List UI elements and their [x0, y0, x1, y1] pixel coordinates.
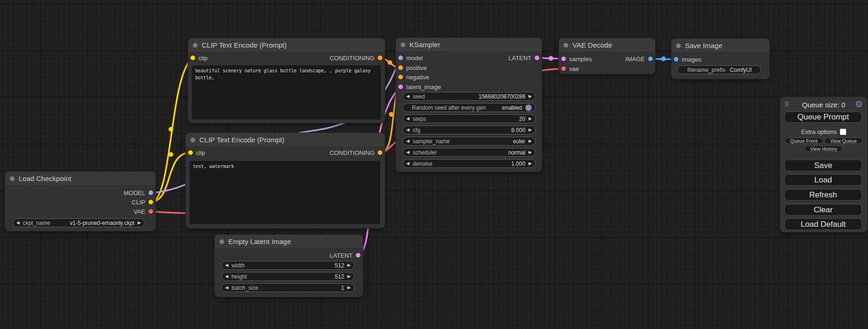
increment-arrow-icon[interactable]: ▶: [347, 274, 351, 279]
increment-arrow-icon[interactable]: ▶: [529, 139, 532, 143]
increment-arrow-icon[interactable]: ▶: [347, 286, 351, 290]
steps-widget[interactable]: ◀ steps 20 ▶: [402, 114, 536, 123]
collapse-dot-icon[interactable]: [191, 138, 195, 142]
output-port-conditioning[interactable]: CONDITIONING: [330, 148, 382, 157]
decrement-arrow-icon[interactable]: ◀: [406, 117, 409, 121]
conditioning-port-icon[interactable]: [378, 150, 382, 155]
output-port-latent[interactable]: LATENT: [508, 53, 539, 63]
height-widget[interactable]: ◀ height 512 ▶: [221, 272, 354, 281]
output-port-clip[interactable]: CLIP: [132, 197, 153, 207]
latent-port-icon[interactable]: [356, 253, 360, 258]
collapse-dot-icon[interactable]: [564, 43, 568, 48]
queue-front-button[interactable]: Queue Front: [785, 138, 823, 144]
load-button[interactable]: Load: [784, 174, 862, 186]
node-load-checkpoint[interactable]: Load Checkpoint MODEL CLIP VAE ◀ ckpt_na…: [5, 172, 155, 231]
node-clip-text-encode-positive[interactable]: CLIP Text Encode (Prompt) clip CONDITION…: [188, 38, 385, 123]
increment-arrow-icon[interactable]: ▶: [529, 161, 532, 166]
latent-port-icon[interactable]: [398, 84, 403, 89]
decrement-arrow-icon[interactable]: ◀: [16, 221, 20, 225]
increment-arrow-icon[interactable]: ▶: [138, 221, 141, 225]
node-title-bar[interactable]: Empty Latent Image: [215, 235, 363, 249]
node-graph-canvas[interactable]: Load Checkpoint MODEL CLIP VAE ◀ ckpt_na…: [0, 0, 868, 329]
cfg-widget[interactable]: ◀ cfg 8.000 ▶: [402, 126, 536, 134]
model-port-icon[interactable]: [148, 190, 153, 195]
clip-port-icon[interactable]: [188, 150, 193, 155]
load-default-button[interactable]: Load Default: [784, 218, 862, 230]
input-port-latent-image[interactable]: latent_image: [398, 82, 441, 91]
decrement-arrow-icon[interactable]: ◀: [406, 150, 409, 154]
node-empty-latent-image[interactable]: Empty Latent Image LATENT ◀ width 512 ▶ …: [215, 235, 363, 297]
latent-port-icon[interactable]: [535, 56, 539, 60]
clip-port-icon[interactable]: [148, 200, 153, 204]
input-port-samples[interactable]: samples: [561, 54, 592, 63]
output-port-model[interactable]: MODEL: [124, 188, 153, 197]
prompt-textarea[interactable]: beautiful scenery nature glass bottle la…: [192, 65, 381, 119]
decrement-arrow-icon[interactable]: ◀: [225, 274, 228, 279]
view-queue-button[interactable]: View Queue: [825, 138, 862, 144]
collapse-dot-icon[interactable]: [219, 239, 224, 244]
ckpt-name-widget[interactable]: ◀ ckpt_name v1-5-pruned-emaonly.ckpt ▶: [13, 218, 145, 227]
random-seed-toggle-widget[interactable]: Random seed after every gen enabled: [402, 103, 536, 112]
node-ksampler[interactable]: KSampler model positive negative latent_…: [396, 38, 542, 172]
increment-arrow-icon[interactable]: ▶: [347, 263, 351, 267]
input-port-clip[interactable]: clip: [191, 53, 208, 63]
conditioning-port-icon[interactable]: [398, 65, 403, 70]
sampler-name-widget[interactable]: ◀ sampler_name euler ▶: [402, 137, 536, 146]
increment-arrow-icon[interactable]: ▶: [529, 117, 532, 121]
conditioning-port-icon[interactable]: [398, 75, 403, 79]
decrement-arrow-icon[interactable]: ◀: [406, 161, 409, 166]
node-title-bar[interactable]: VAE Decode: [559, 38, 655, 52]
batch-size-widget[interactable]: ◀ batch_size 1 ▶: [221, 283, 354, 292]
input-port-negative[interactable]: negative: [398, 72, 429, 82]
collapse-dot-icon[interactable]: [401, 42, 405, 47]
view-history-button[interactable]: View History: [805, 146, 842, 152]
model-port-icon[interactable]: [398, 56, 403, 60]
node-title-bar[interactable]: CLIP Text Encode (Prompt): [188, 38, 385, 52]
node-title-bar[interactable]: CLIP Text Encode (Prompt): [186, 133, 385, 147]
input-port-model[interactable]: model: [398, 53, 423, 63]
decrement-arrow-icon[interactable]: ◀: [406, 94, 409, 98]
node-title-bar[interactable]: KSampler: [396, 38, 542, 52]
conditioning-port-icon[interactable]: [378, 56, 382, 60]
input-port-vae[interactable]: vae: [561, 64, 579, 73]
vae-port-icon[interactable]: [561, 66, 566, 71]
image-port-icon[interactable]: [674, 57, 678, 62]
vae-port-icon[interactable]: [148, 209, 153, 214]
input-port-images[interactable]: images: [674, 55, 701, 64]
input-port-positive[interactable]: positive: [398, 63, 427, 72]
output-port-vae[interactable]: VAE: [134, 207, 153, 216]
node-clip-text-encode-negative[interactable]: CLIP Text Encode (Prompt) clip CONDITION…: [186, 133, 385, 228]
extra-options-checkbox[interactable]: [840, 129, 846, 135]
node-save-image[interactable]: Save Image images filename_prefix ComfyU…: [671, 39, 769, 79]
output-port-image[interactable]: IMAGE: [625, 54, 653, 63]
output-port-latent[interactable]: LATENT: [330, 251, 360, 260]
decrement-arrow-icon[interactable]: ◀: [225, 286, 228, 290]
decrement-arrow-icon[interactable]: ◀: [406, 139, 409, 143]
latent-port-icon[interactable]: [561, 56, 566, 61]
filename-prefix-widget[interactable]: filename_prefix ComfyUI: [677, 65, 761, 74]
node-title-bar[interactable]: Load Checkpoint: [5, 172, 155, 186]
clear-button[interactable]: Clear: [784, 204, 862, 216]
queue-prompt-button[interactable]: Queue Prompt: [784, 112, 862, 123]
seed-widget[interactable]: ◀ seed 156680208700286 ▶: [402, 92, 536, 101]
input-port-clip[interactable]: clip: [188, 148, 205, 157]
denoise-widget[interactable]: ◀ denoise 1.000 ▶: [402, 159, 536, 168]
decrement-arrow-icon[interactable]: ◀: [225, 263, 228, 267]
collapse-dot-icon[interactable]: [10, 176, 14, 181]
collapse-dot-icon[interactable]: [676, 43, 681, 48]
node-vae-decode[interactable]: VAE Decode samples vae IMAGE: [559, 38, 655, 74]
width-widget[interactable]: ◀ width 512 ▶: [221, 261, 354, 270]
toggle-knob[interactable]: [525, 105, 532, 111]
settings-gear-icon[interactable]: ⚙: [855, 99, 863, 110]
increment-arrow-icon[interactable]: ▶: [529, 128, 532, 132]
output-port-conditioning[interactable]: CONDITIONING: [330, 53, 382, 63]
scheduler-widget[interactable]: ◀ scheduler normal ▶: [402, 148, 536, 157]
collapse-dot-icon[interactable]: [193, 43, 198, 48]
refresh-button[interactable]: Refresh: [784, 189, 862, 201]
image-port-icon[interactable]: [648, 56, 653, 61]
clip-port-icon[interactable]: [191, 56, 195, 60]
increment-arrow-icon[interactable]: ▶: [529, 94, 532, 98]
decrement-arrow-icon[interactable]: ◀: [406, 128, 409, 132]
node-title-bar[interactable]: Save Image: [671, 39, 769, 53]
save-button[interactable]: Save: [784, 160, 862, 171]
